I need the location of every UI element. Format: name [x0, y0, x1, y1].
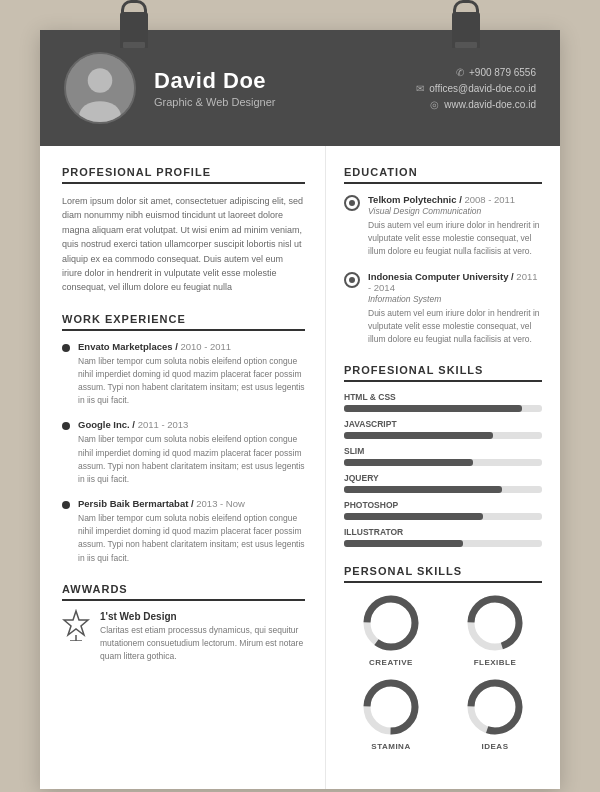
- section-pro-skills: PROFESIONAL SKILLS HTML & CSS JAVASCRIPT…: [344, 364, 542, 547]
- skill-item-5: ILLUSTRATOR: [344, 527, 542, 547]
- edu-circle-1: [344, 195, 360, 211]
- edu-circle-2: [344, 272, 360, 288]
- skill-bar-bg-3: [344, 486, 542, 493]
- email-value: offices@david-doe.co.id: [429, 83, 536, 94]
- work-content-2: Google Inc. / 2011 - 2013 Nam liber temp…: [78, 419, 305, 486]
- web-icon: ◎: [430, 99, 439, 110]
- skill-bar-bg-5: [344, 540, 542, 547]
- donut-wrap-2: [361, 677, 421, 737]
- skill-bar-bg-4: [344, 513, 542, 520]
- section-profile: PROFESIONAL PROFILE Lorem ipsum dolor si…: [62, 166, 305, 295]
- header-name-block: David Doe Graphic & Web Designer: [154, 68, 398, 108]
- donut-label-2: STAMINA: [371, 742, 410, 751]
- edu-desc-2: Duis autem vel eum iriure dolor in hendr…: [368, 307, 542, 347]
- work-desc-2: Nam liber tempor cum soluta nobis eleife…: [78, 433, 305, 486]
- work-title-2: Google Inc. / 2011 - 2013: [78, 419, 305, 430]
- work-item-1: Envato Marketplaces / 2010 - 2011 Nam li…: [62, 341, 305, 408]
- section-awards: AWWARDS 1'st Web Design Claritas est eti…: [62, 583, 305, 664]
- col-left: PROFESIONAL PROFILE Lorem ipsum dolor si…: [40, 146, 326, 789]
- skill-item-2: SLIM: [344, 446, 542, 466]
- section-title-awards: AWWARDS: [62, 583, 305, 601]
- work-desc-3: Nam liber tempor cum soluta nobis eleife…: [78, 512, 305, 565]
- personal-skill-item-0: CREATIVE: [344, 593, 438, 667]
- website-value: www.david-doe.co.id: [444, 99, 536, 110]
- work-dot-2: [62, 422, 70, 430]
- section-title-pro-skills: PROFESIONAL SKILLS: [344, 364, 542, 382]
- skill-label-1: JAVASCRIPT: [344, 419, 542, 429]
- phone-icon: ✆: [456, 67, 464, 78]
- header-contacts: ✆ +900 879 6556 ✉ offices@david-doe.co.i…: [416, 67, 536, 110]
- section-title-profile: PROFESIONAL PROFILE: [62, 166, 305, 184]
- skill-item-3: JQUERY: [344, 473, 542, 493]
- personal-skills-grid: CREATIVE FLEXIBLE STAMINA IDEAS: [344, 593, 542, 751]
- edu-item-1: Telkom Polytechnic / 2008 - 2011 Visual …: [344, 194, 542, 259]
- resume-card: David Doe Graphic & Web Designer ✆ +900 …: [40, 30, 560, 789]
- binder-clip-left: [120, 12, 148, 48]
- skill-label-2: SLIM: [344, 446, 542, 456]
- donut-wrap-3: [465, 677, 525, 737]
- work-dot-1: [62, 344, 70, 352]
- section-title-personal-skills: PERSONAL SKILLS: [344, 565, 542, 583]
- skill-bar-bg-1: [344, 432, 542, 439]
- header-title: Graphic & Web Designer: [154, 96, 398, 108]
- col-right: EDUCATION Telkom Polytechnic / 2008 - 20…: [326, 146, 560, 789]
- work-item-3: Persib Baik Bermartabat / 2013 - Now Nam…: [62, 498, 305, 565]
- edu-circle-inner-2: [349, 277, 355, 283]
- skill-item-0: HTML & CSS: [344, 392, 542, 412]
- work-desc-1: Nam liber tempor cum soluta nobis eleife…: [78, 355, 305, 408]
- contact-website: ◎ www.david-doe.co.id: [430, 99, 536, 110]
- resume-wrapper: David Doe Graphic & Web Designer ✆ +900 …: [40, 30, 560, 789]
- email-icon: ✉: [416, 83, 424, 94]
- donut-wrap-0: [361, 593, 421, 653]
- header-name: David Doe: [154, 68, 398, 94]
- edu-title-1: Telkom Polytechnic / 2008 - 2011: [368, 194, 542, 205]
- personal-skill-item-3: IDEAS: [448, 677, 542, 751]
- award-text-1: 1'st Web Design Claritas est etiam proce…: [100, 611, 305, 664]
- profile-text: Lorem ipsum dolor sit amet, consectetuer…: [62, 194, 305, 295]
- binder-clip-right: [452, 12, 480, 48]
- skill-bar-bg-2: [344, 459, 542, 466]
- svg-point-1: [88, 68, 113, 93]
- edu-circle-inner-1: [349, 200, 355, 206]
- svg-marker-3: [64, 611, 88, 635]
- contact-phone: ✆ +900 879 6556: [456, 67, 536, 78]
- edu-title-2: Indonesia Computer University / 2011 - 2…: [368, 271, 542, 293]
- donut-wrap-1: [465, 593, 525, 653]
- skill-bars-container: HTML & CSS JAVASCRIPT SLIM JQUERY PHOTOS…: [344, 392, 542, 547]
- contact-email: ✉ offices@david-doe.co.id: [416, 83, 536, 94]
- avatar: [64, 52, 136, 124]
- section-personal-skills: PERSONAL SKILLS CREATIVE FLEXIBLE STAMIN…: [344, 565, 542, 751]
- skill-bar-fill-5: [344, 540, 463, 547]
- award-desc-1: Claritas est etiam processus dynamicus, …: [100, 624, 305, 664]
- section-title-education: EDUCATION: [344, 166, 542, 184]
- award-item-1: 1'st Web Design Claritas est etiam proce…: [62, 611, 305, 664]
- edu-item-2: Indonesia Computer University / 2011 - 2…: [344, 271, 542, 347]
- skill-bar-fill-4: [344, 513, 483, 520]
- skill-bar-fill-0: [344, 405, 522, 412]
- work-dot-3: [62, 501, 70, 509]
- skill-label-4: PHOTOSHOP: [344, 500, 542, 510]
- skill-bar-bg-0: [344, 405, 542, 412]
- donut-label-3: IDEAS: [482, 742, 509, 751]
- donut-label-1: FLEXIBLE: [474, 658, 517, 667]
- personal-skill-item-1: FLEXIBLE: [448, 593, 542, 667]
- donut-label-0: CREATIVE: [369, 658, 413, 667]
- skill-bar-fill-3: [344, 486, 502, 493]
- edu-content-2: Indonesia Computer University / 2011 - 2…: [368, 271, 542, 347]
- award-title-1: 1'st Web Design: [100, 611, 305, 622]
- header: David Doe Graphic & Web Designer ✆ +900 …: [40, 30, 560, 146]
- section-title-work: WORK EXPERIENCE: [62, 313, 305, 331]
- section-work: WORK EXPERIENCE Envato Marketplaces / 20…: [62, 313, 305, 565]
- skill-item-4: PHOTOSHOP: [344, 500, 542, 520]
- work-content-3: Persib Baik Bermartabat / 2013 - Now Nam…: [78, 498, 305, 565]
- edu-subtitle-1: Visual Design Communication: [368, 206, 542, 216]
- skill-label-3: JQUERY: [344, 473, 542, 483]
- edu-subtitle-2: Information System: [368, 294, 542, 304]
- section-education: EDUCATION Telkom Polytechnic / 2008 - 20…: [344, 166, 542, 346]
- edu-content-1: Telkom Polytechnic / 2008 - 2011 Visual …: [368, 194, 542, 259]
- work-title-3: Persib Baik Bermartabat / 2013 - Now: [78, 498, 305, 509]
- skill-bar-fill-1: [344, 432, 493, 439]
- phone-value: +900 879 6556: [469, 67, 536, 78]
- body: PROFESIONAL PROFILE Lorem ipsum dolor si…: [40, 146, 560, 789]
- award-icon: [62, 611, 90, 639]
